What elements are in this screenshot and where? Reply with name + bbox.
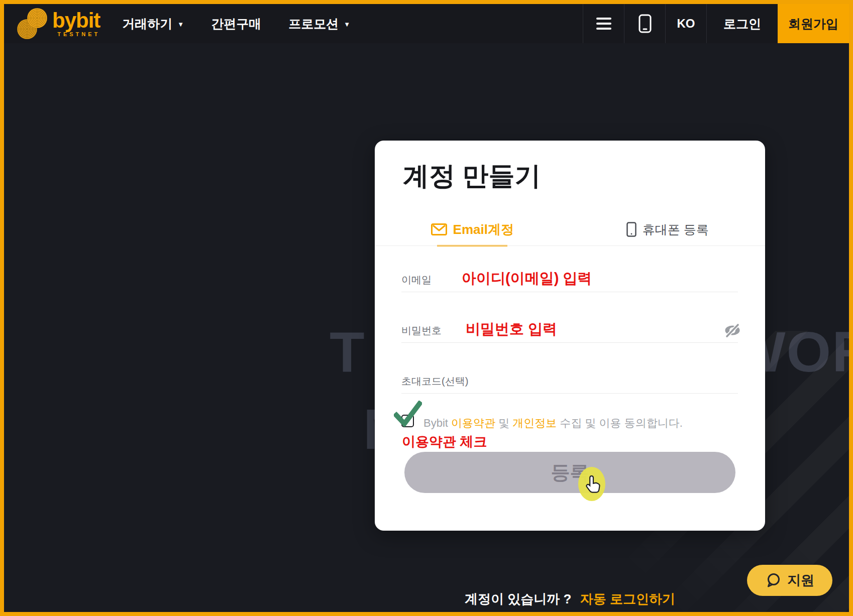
tab-phone[interactable]: 휴대폰 등록 bbox=[570, 213, 766, 245]
menu-icon bbox=[596, 18, 611, 30]
have-account-question: 계정이 있습니까 ? bbox=[465, 591, 571, 606]
terms-of-service-link[interactable]: 이용약관 bbox=[451, 417, 495, 429]
smartphone-icon bbox=[638, 14, 652, 33]
signup-button[interactable]: 회원가입 bbox=[778, 4, 849, 43]
mobile-app-button[interactable] bbox=[624, 4, 665, 43]
language-label: KO bbox=[677, 17, 695, 31]
terms-prefix: Bybit bbox=[423, 417, 451, 429]
auto-login-link[interactable]: 자동 로그인하기 bbox=[580, 591, 675, 606]
invite-code-field[interactable]: 초대코드(선택) bbox=[401, 368, 738, 394]
menu-item-trade[interactable]: 거래하기 ▼ bbox=[122, 16, 184, 32]
language-selector[interactable]: KO bbox=[665, 4, 706, 43]
navbar-right: KO 로그인 회원가입 bbox=[583, 4, 849, 43]
chat-bubble-icon bbox=[765, 572, 781, 588]
have-account-row: 계정이 있습니까 ? 자동 로그인하기 bbox=[375, 590, 765, 608]
support-button[interactable]: 지원 bbox=[747, 565, 832, 596]
background-watermark-left: T bbox=[330, 323, 366, 381]
main-menu: 거래하기 ▼ 간편구매 프로모션 ▼ bbox=[122, 16, 350, 32]
page-background: T WOR N bybit TESTNET 거래하기 ▼ bbox=[4, 4, 849, 612]
toggle-password-visibility[interactable] bbox=[723, 321, 742, 341]
tab-email[interactable]: Email계정 bbox=[375, 213, 570, 245]
create-account-modal: 계정 만들기 Email계정 휴대폰 등록 bbox=[375, 141, 765, 531]
menu-item-label: 프로모션 bbox=[288, 16, 339, 32]
support-label: 지원 bbox=[787, 571, 814, 589]
email-field[interactable]: 이메일 아이디(이메일) 입력 bbox=[401, 267, 738, 292]
password-field[interactable]: 비밀번호 비밀번호 입력 bbox=[401, 318, 738, 343]
menu-item-label: 거래하기 bbox=[122, 16, 172, 32]
menu-item-buy[interactable]: 간편구매 bbox=[211, 16, 261, 32]
logo-wordmark: bybit bbox=[52, 11, 100, 31]
phone-icon bbox=[626, 222, 636, 237]
logo-circle-top bbox=[27, 8, 47, 28]
hand-pointer-cursor bbox=[585, 475, 602, 496]
terms-text: Bybit 이용약관 및 개인정보 수집 및 이용 동의합니다. bbox=[423, 416, 683, 431]
menu-item-label: 간편구매 bbox=[211, 16, 261, 32]
privacy-policy-link[interactable]: 개인정보 bbox=[512, 417, 557, 429]
terms-mid: 및 bbox=[495, 417, 512, 429]
chevron-down-icon: ▼ bbox=[177, 21, 184, 28]
tab-email-label: Email계정 bbox=[453, 221, 514, 238]
bybit-logo[interactable]: bybit TESTNET bbox=[52, 11, 100, 37]
green-check-annotation bbox=[394, 401, 422, 429]
signup-label: 회원가입 bbox=[788, 16, 838, 32]
login-label: 로그인 bbox=[723, 16, 761, 32]
bybit-logo-icon[interactable] bbox=[16, 7, 48, 40]
active-tab-underline bbox=[437, 245, 507, 247]
login-button[interactable]: 로그인 bbox=[706, 4, 778, 43]
register-tabs: Email계정 휴대폰 등록 bbox=[375, 213, 765, 245]
invite-code-label: 초대코드(선택) bbox=[401, 368, 738, 394]
terms-check-annotation: 이용약관 체크 bbox=[402, 433, 487, 451]
password-annotation: 비밀번호 입력 bbox=[466, 319, 557, 339]
register-submit-button[interactable]: 등록 bbox=[404, 452, 735, 493]
logo-testnet-label: TESTNET bbox=[52, 31, 100, 37]
hamburger-menu-button[interactable] bbox=[583, 4, 624, 43]
top-navbar: bybit TESTNET 거래하기 ▼ 간편구매 프로모션 ▼ bbox=[4, 4, 849, 43]
eye-off-icon bbox=[723, 321, 742, 339]
terms-suffix: 수집 및 이용 동의합니다. bbox=[557, 417, 683, 429]
chevron-down-icon: ▼ bbox=[344, 21, 350, 28]
tab-phone-label: 휴대폰 등록 bbox=[643, 221, 709, 238]
password-label: 비밀번호 bbox=[401, 318, 738, 343]
menu-item-promotion[interactable]: 프로모션 ▼ bbox=[288, 16, 350, 32]
navbar-left: bybit TESTNET 거래하기 ▼ 간편구매 프로모션 ▼ bbox=[4, 4, 350, 43]
page-frame: T WOR N bybit TESTNET 거래하기 ▼ bbox=[0, 0, 853, 616]
email-annotation: 아이디(이메일) 입력 bbox=[462, 269, 592, 289]
envelope-icon bbox=[431, 223, 447, 235]
modal-title: 계정 만들기 bbox=[403, 159, 541, 194]
